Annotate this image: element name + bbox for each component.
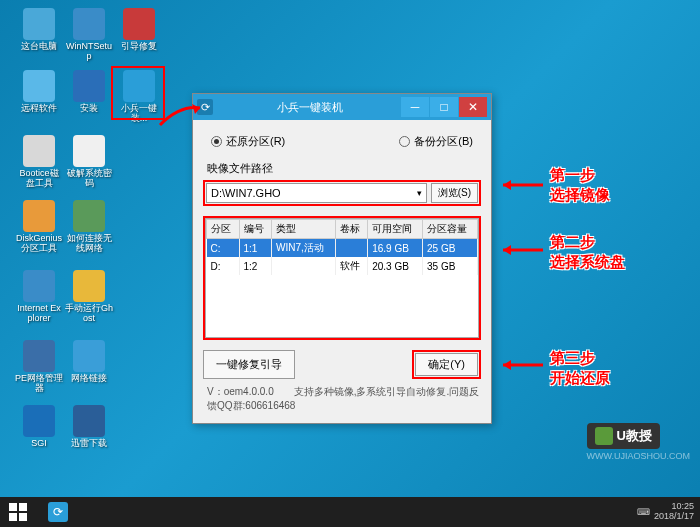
radio-icon (399, 136, 410, 147)
table-row[interactable]: D:1:2软件20.3 GB35 GB (207, 257, 478, 275)
svg-rect-3 (19, 513, 27, 521)
desktop-icon[interactable]: 安装 (65, 70, 113, 114)
table-highlight: 分区编号类型卷标可用空间分区容量 C:1:1WIN7,活动16.9 GB25 G… (203, 216, 481, 340)
desktop-icon[interactable]: 这台电脑 (15, 8, 63, 52)
repair-boot-button[interactable]: 一键修复引导 (203, 350, 295, 379)
path-label: 映像文件路径 (207, 161, 481, 176)
ok-button[interactable]: 确定(Y) (415, 353, 478, 376)
column-header[interactable]: 类型 (272, 220, 336, 239)
keyboard-icon[interactable]: ⌨ (637, 507, 650, 517)
svg-rect-0 (9, 503, 17, 511)
column-header[interactable]: 编号 (239, 220, 272, 239)
taskbar-app[interactable]: ⟳ (38, 498, 78, 526)
column-header[interactable]: 分区 (207, 220, 240, 239)
desktop-icon[interactable]: 如何连接无线网络 (65, 200, 113, 254)
desktop-icon[interactable]: PE网络管理器 (15, 340, 63, 394)
dropdown-caret-icon[interactable]: ▾ (417, 188, 422, 198)
ok-highlight: 确定(Y) (412, 350, 481, 379)
arrow-icon (155, 100, 205, 130)
step3-annotation: 第三步 开始还原 (550, 348, 610, 387)
svg-rect-2 (9, 513, 17, 521)
desktop-icon[interactable]: 破解系统密码 (65, 135, 113, 189)
desktop-icon[interactable]: DiskGenius分区工具 (15, 200, 63, 254)
watermark: U教授 WWW.UJIAOSHOU.COM (587, 423, 691, 461)
desktop-icon[interactable]: 迅雷下载 (65, 405, 113, 449)
image-path-input[interactable]: D:\WIN7.GHO ▾ (206, 183, 427, 203)
start-button[interactable] (0, 497, 36, 527)
desktop-icon[interactable]: 手动运行Ghost (65, 270, 113, 324)
clock[interactable]: 10:25 2018/1/17 (654, 502, 694, 522)
partition-table[interactable]: 分区编号类型卷标可用空间分区容量 C:1:1WIN7,活动16.9 GB25 G… (205, 218, 479, 338)
arrow-icon (495, 240, 545, 260)
desktop-icon[interactable]: Bootice磁盘工具 (15, 135, 63, 189)
column-header[interactable]: 卷标 (335, 220, 368, 239)
table-row[interactable]: C:1:1WIN7,活动16.9 GB25 GB (207, 239, 478, 258)
titlebar[interactable]: ⟳ 小兵一键装机 ─ □ ✕ (193, 94, 491, 120)
radio-icon (211, 136, 222, 147)
status-text: V：oem4.0.0.0 支持多种镜像,多系统引导自动修复.问题反馈QQ群:60… (203, 385, 481, 413)
radio-restore[interactable]: 还原分区(R) (211, 134, 285, 149)
minimize-button[interactable]: ─ (401, 97, 429, 117)
path-row-highlight: D:\WIN7.GHO ▾ 浏览(S) (203, 180, 481, 206)
arrow-icon (495, 175, 545, 195)
installer-window: ⟳ 小兵一键装机 ─ □ ✕ 还原分区(R) 备份分区(B) 映像文件路径 (192, 93, 492, 424)
arrow-icon (495, 355, 545, 375)
svg-rect-1 (19, 503, 27, 511)
browse-button[interactable]: 浏览(S) (431, 183, 478, 203)
column-header[interactable]: 可用空间 (368, 220, 423, 239)
maximize-button[interactable]: □ (430, 97, 458, 117)
desktop-icon[interactable]: WinNTSetup (65, 8, 113, 62)
column-header[interactable]: 分区容量 (423, 220, 478, 239)
desktop-icon[interactable]: 网络链接 (65, 340, 113, 384)
desktop-icon[interactable]: 远程软件 (15, 70, 63, 114)
desktop-icon[interactable]: SGI (15, 405, 63, 449)
system-tray[interactable]: ⌨ 10:25 2018/1/17 (637, 502, 700, 522)
window-title: 小兵一键装机 (219, 100, 401, 115)
desktop-icon[interactable]: 引导修复 (115, 8, 163, 52)
desktop: 这台电脑WinNTSetup引导修复远程软件安装小兵一键装...Bootice磁… (0, 0, 700, 497)
desktop-icon[interactable]: Internet Explorer (15, 270, 63, 324)
taskbar: ⟳ ⌨ 10:25 2018/1/17 (0, 497, 700, 527)
close-button[interactable]: ✕ (459, 97, 487, 117)
step2-annotation: 第二步 选择系统盘 (550, 232, 625, 271)
step1-annotation: 第一步 选择镜像 (550, 165, 610, 204)
radio-backup[interactable]: 备份分区(B) (399, 134, 473, 149)
